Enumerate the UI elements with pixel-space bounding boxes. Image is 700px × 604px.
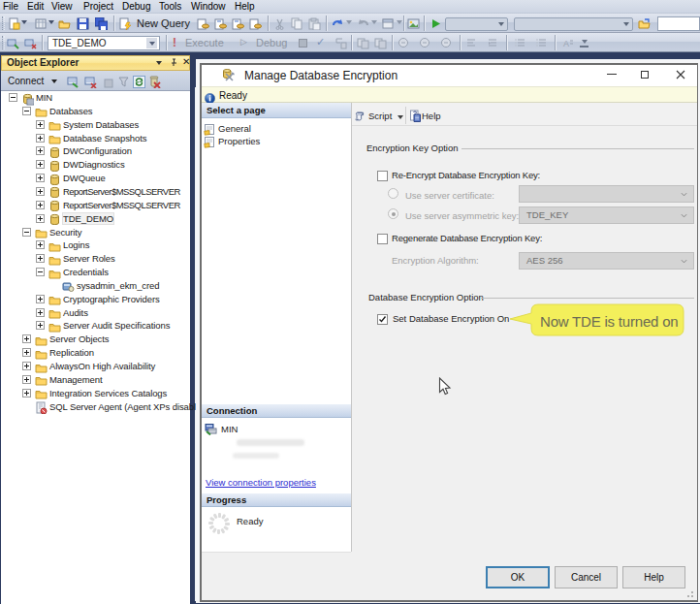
svg-text:A: A: [563, 39, 569, 48]
